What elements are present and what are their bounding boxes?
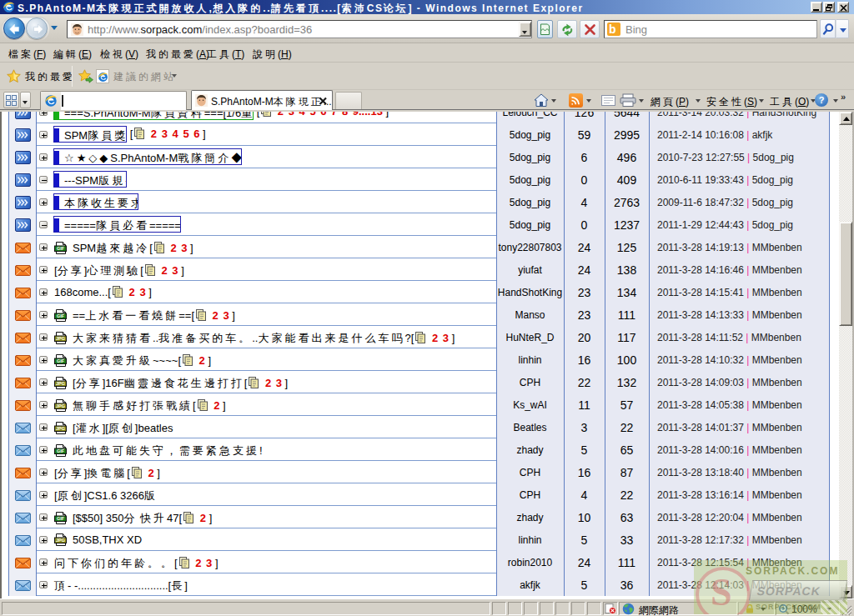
- svg-text:GIF: GIF: [57, 313, 65, 318]
- svg-text:JPG: JPG: [56, 381, 65, 386]
- svg-text:GIF: GIF: [57, 448, 65, 453]
- svg-text:GIF: GIF: [57, 516, 65, 521]
- svg-text:GIF: GIF: [57, 358, 65, 363]
- svg-text:JPG: JPG: [56, 403, 65, 408]
- svg-text:JPG: JPG: [56, 426, 65, 431]
- svg-text:GIF: GIF: [57, 246, 65, 251]
- svg-text:JPG: JPG: [56, 336, 65, 341]
- svg-text:JPG: JPG: [56, 538, 65, 543]
